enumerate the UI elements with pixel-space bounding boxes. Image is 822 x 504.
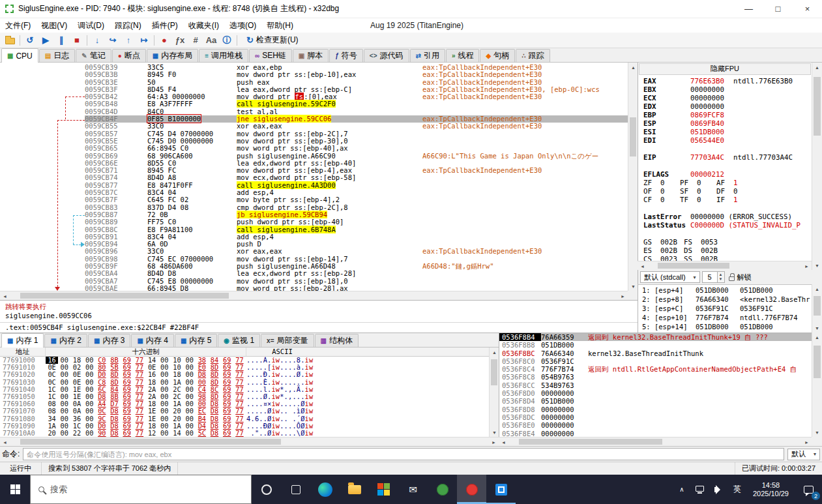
start-button[interactable] — [0, 475, 30, 504]
register-row-ebp[interactable]: EBP0869FCF8 — [643, 111, 812, 119]
stack-row[interactable]: 0536F8E400000000 — [499, 430, 812, 437]
check-update-button[interactable]: ↻ 检查更新(U) — [242, 33, 303, 48]
stack-row[interactable]: 0536F8D800000000 — [499, 406, 812, 413]
tab-watch1[interactable]: ◉监视 1 — [218, 334, 260, 347]
spinner-up-icon[interactable]: ▲ — [719, 273, 723, 277]
scroll-down-button[interactable]: ▼ — [490, 428, 499, 437]
disasm-row[interactable]: 0059CB89FF75 C0push dword ptr ss:[ebp-40… — [0, 218, 628, 226]
scroll-up-button[interactable]: ▲ — [490, 348, 499, 357]
open-file-icon[interactable] — [2, 33, 18, 48]
dump-row[interactable]: 776910200C000E00D08D697716001800D88D6977… — [0, 371, 489, 378]
tab-dump2[interactable]: ▦内存 2 — [44, 334, 87, 347]
register-row-esp[interactable]: ESP0869FB40 — [643, 119, 812, 128]
dump-row[interactable]: 77691080340036009CD869771E002000B4D86977… — [0, 415, 489, 422]
menu-item-1[interactable]: 视图(V) — [36, 18, 72, 33]
register-row-edx[interactable]: EDX00000000 — [643, 102, 812, 111]
scroll-down-button[interactable]: ▼ — [812, 323, 822, 333]
stack-row[interactable]: 0536F8BC76A66340kernel32.BaseThreadInitT… — [499, 349, 812, 357]
scroll-down-button[interactable]: ▼ — [812, 428, 822, 437]
scroll-thumb[interactable] — [20, 293, 229, 299]
disasm-vscrollbar[interactable]: ▲▼ — [628, 63, 638, 291]
window-app-button[interactable] — [486, 475, 516, 504]
menu-item-0[interactable]: 文件(F) — [0, 18, 36, 33]
tab-cpu[interactable]: ▦CPU — [1, 48, 38, 63]
task-view-button[interactable] — [281, 475, 310, 504]
terminate-icon[interactable]: ■ — [69, 33, 85, 48]
tray-expand-icon[interactable]: ∧ — [673, 475, 691, 504]
scroll-right-button[interactable]: ► — [802, 261, 812, 271]
menu-item-7[interactable]: 帮助(H) — [261, 18, 299, 33]
argument-row[interactable]: 2: [esp+8]76A66340<kernel32.BaseThr — [642, 295, 812, 304]
flags-row[interactable]: ZF0PF0AF1 — [643, 179, 812, 187]
argument-row[interactable]: 3: [esp+C]0536F91C0536F91C — [642, 304, 812, 313]
dump-vscrollbar[interactable]: ▲▼ — [489, 348, 499, 437]
tab-script[interactable]: ▣脚本 — [293, 49, 329, 62]
tab-symbols[interactable]: ƒ符号 — [329, 49, 363, 62]
info-icon[interactable]: ⓘ — [219, 33, 235, 48]
tab-references[interactable]: ⇄引用 — [410, 49, 445, 62]
scroll-up-button[interactable]: ▲ — [812, 333, 822, 342]
step-into-icon[interactable]: ↓ — [89, 33, 105, 48]
maximize-button[interactable]: □ — [763, 0, 793, 18]
run-icon[interactable]: ▶ — [38, 33, 53, 48]
stack-row[interactable]: 0536F8DC00000000 — [499, 413, 812, 421]
scroll-thumb[interactable] — [814, 296, 821, 316]
tab-call-stack[interactable]: ≡调用堆栈 — [199, 49, 248, 62]
menu-item-2[interactable]: 调试(D) — [72, 18, 110, 33]
tab-dump1[interactable]: ▦内存 1 — [1, 333, 44, 348]
disasm-row[interactable]: 0059CBAE66:8945 D8mov word ptr ss:[ebp-2… — [0, 285, 628, 291]
register-row-ebx[interactable]: EBX00000000 — [643, 85, 812, 94]
argument-row[interactable]: 4: [esp+10]776F7B74ntdll.776F7B74 — [642, 313, 812, 322]
menu-item-5[interactable]: 收藏夹(I) — [183, 18, 224, 33]
scroll-left-button[interactable]: ◄ — [499, 437, 508, 447]
scroll-thumb[interactable] — [519, 439, 662, 445]
stack-row[interactable]: 0536F8CC534B9763 — [499, 381, 812, 389]
argument-row[interactable]: 1: [esp+4]051DB000051DB000 — [642, 286, 812, 295]
command-input[interactable] — [23, 448, 784, 460]
notification-center-button[interactable]: 2 — [795, 475, 822, 504]
scroll-thumb[interactable] — [491, 359, 497, 385]
register-row-eip[interactable]: EIP77703A4Cntdll.77703A4C — [643, 153, 812, 162]
display-tray-button[interactable] — [691, 475, 709, 504]
scroll-thumb[interactable] — [630, 117, 636, 156]
calling-convention-select[interactable]: 默认 (stdcall) ▾ — [640, 271, 700, 283]
args-vscrollbar[interactable]: ▲▼ — [812, 284, 822, 333]
register-row-laststatus[interactable]: LastStatusC000000D (STATUS_INVALID_P — [643, 221, 812, 230]
unlock-checkbox[interactable]: 解锁 — [727, 273, 754, 282]
stack-vscrollbar[interactable]: ▲▼ — [812, 333, 822, 437]
flags-row[interactable]: CS0023SS002B — [643, 255, 812, 261]
scroll-down-button[interactable]: ▼ — [812, 261, 822, 270]
menu-item-6[interactable]: 选项(O) — [224, 18, 261, 33]
register-row-lasterror[interactable]: LastError00000000 (ERROR_SUCCESS) — [643, 213, 812, 221]
patch-icon[interactable]: # — [188, 33, 203, 48]
tab-log[interactable]: ▤日志 — [39, 49, 75, 62]
stack-row[interactable]: 0536F8B8051DB000 — [499, 341, 812, 349]
register-row-esi[interactable]: ESI051DB000 — [643, 128, 812, 136]
flags-row[interactable]: CF0TF0IF1 — [643, 196, 812, 204]
stack-row[interactable]: 0536F8D4051DB000 — [499, 397, 812, 405]
scroll-left-button[interactable]: ◄ — [0, 291, 10, 301]
close-button[interactable]: × — [793, 0, 822, 18]
tab-handles[interactable]: ◆句柄 — [480, 49, 515, 62]
scroll-right-button[interactable]: ► — [618, 291, 628, 301]
mail-app-button[interactable]: ✉ — [398, 475, 428, 504]
scroll-thumb[interactable] — [814, 77, 821, 136]
tab-threads[interactable]: »线程 — [446, 49, 480, 62]
scroll-left-button[interactable]: ◄ — [0, 437, 10, 447]
scroll-down-button[interactable]: ▼ — [628, 282, 638, 291]
flags-row[interactable]: ES002BDS002B — [643, 246, 812, 255]
x64dbg-app-button[interactable] — [428, 475, 457, 504]
register-row-eax[interactable]: EAX776E63B0ntdll.776E63B0 — [643, 77, 812, 85]
tab-locals[interactable]: x=局部变量 — [261, 334, 314, 347]
flags-row[interactable]: OF0SF0DF0 — [643, 187, 812, 196]
argument-row[interactable]: 5: [esp+14]051DB000051DB000 — [642, 322, 812, 331]
volume-tray-button[interactable] — [709, 475, 727, 504]
registers-hscrollbar[interactable]: ◄► — [638, 261, 812, 270]
minimize-button[interactable]: — — [734, 0, 763, 18]
store-app-button[interactable] — [369, 475, 398, 504]
tab-breakpoints[interactable]: ●断点 — [112, 49, 146, 62]
strings-icon[interactable]: Aa — [203, 33, 219, 48]
hide-fpu-button[interactable]: 隐藏FPU — [639, 63, 811, 75]
tab-source[interactable]: <>源代码 — [364, 49, 409, 62]
spinner-down-icon[interactable]: ▼ — [719, 277, 723, 282]
